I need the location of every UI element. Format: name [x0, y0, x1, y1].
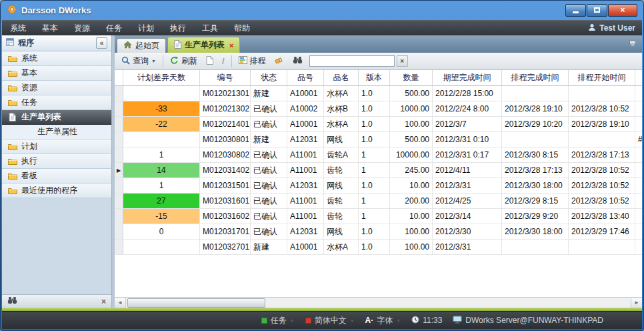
- menu-item-5[interactable]: 计划: [130, 21, 162, 35]
- menu-item-8[interactable]: 帮助: [226, 21, 258, 35]
- sidebar-item-7[interactable]: 计划: [2, 139, 111, 154]
- cell-sched-start: [569, 86, 635, 101]
- column-header-3[interactable]: 状态: [251, 70, 287, 86]
- new-button[interactable]: [203, 55, 217, 68]
- cell-item-no: A12031: [287, 178, 324, 194]
- sidebar: 程序 « 系统基本资源任务生产单列表生产单属性计划执行看板最近使用的程序 ×: [2, 35, 112, 308]
- tab-home[interactable]: 起始页: [117, 38, 166, 53]
- table-row-3[interactable]: -22M012021401已确认A10001水杯A1.0100.002012/3…: [115, 117, 642, 132]
- status-font-menu[interactable]: A· 字体 ▼: [365, 315, 401, 326]
- search-input[interactable]: [309, 55, 395, 67]
- cell-due: 2012/3/30: [433, 224, 502, 240]
- sidebar-item-4[interactable]: 任务: [2, 95, 111, 110]
- time-label: 11:33: [423, 316, 442, 325]
- cell-item-name: 网线: [324, 224, 359, 240]
- sidebar-item-3[interactable]: 资源: [2, 81, 111, 95]
- table-row-6[interactable]: ▶14M012031402已确认A11001齿轮1245.002012/4/11…: [115, 163, 642, 178]
- column-header-1[interactable]: 计划差异天数: [123, 70, 200, 86]
- cell-diff: 1: [123, 178, 200, 194]
- scrollbar-thumb[interactable]: [127, 298, 265, 308]
- window-controls: ×: [565, 4, 637, 17]
- table-row-11[interactable]: M012032701新建A10001水杯A1.0100.002012/3/31: [115, 240, 642, 255]
- schedule-button[interactable]: 排程: [235, 54, 269, 68]
- maximize-button[interactable]: [587, 4, 607, 17]
- cell-order-no: M012030802: [200, 147, 251, 163]
- column-header-6[interactable]: 版本: [359, 70, 390, 86]
- cell-due: 2012/3/31: [433, 178, 502, 194]
- scroll-left-arrow[interactable]: ◄: [115, 298, 126, 308]
- table-row-1[interactable]: M012021301新建A10001水杯A1.0500.002012/2/28 …: [115, 86, 642, 101]
- scroll-right-arrow[interactable]: ►: [631, 298, 642, 308]
- menu-item-7[interactable]: 工具: [194, 21, 226, 35]
- cell-diff: [123, 132, 200, 147]
- cell-diff: 1: [123, 147, 200, 163]
- column-header-10[interactable]: 排程开始时间: [569, 70, 635, 86]
- minimize-button[interactable]: [565, 4, 586, 17]
- column-header-11[interactable]: [635, 70, 642, 86]
- row-selector: [115, 117, 123, 132]
- sidebar-item-10[interactable]: 最近使用的程序: [2, 184, 111, 198]
- sidebar-collapse-button[interactable]: «: [96, 37, 107, 49]
- user-menu[interactable]: Test User: [588, 23, 642, 33]
- cell-item-name: 齿轮A: [324, 147, 359, 163]
- sidebar-item-8[interactable]: 执行: [2, 154, 111, 169]
- folder-icon: [7, 84, 17, 91]
- cell-sched-end: 2012/3/28 19:10: [502, 101, 569, 117]
- menu-item-6[interactable]: 执行: [162, 21, 194, 35]
- find-button[interactable]: [289, 55, 306, 67]
- column-header-2[interactable]: 编号: [200, 70, 251, 86]
- table-row-5[interactable]: 1M012030802已确认A11001齿轮A110000.002012/3/3…: [115, 147, 642, 163]
- menu-item-1[interactable]: 系统: [2, 21, 34, 35]
- table-row-9[interactable]: -15M012031602已确认A11001齿轮110.002012/3/142…: [115, 209, 642, 224]
- table-body: M012021301新建A10001水杯A1.0500.002012/2/28 …: [115, 86, 642, 255]
- eraser-button[interactable]: [271, 55, 287, 67]
- sidebar-item-label: 最近使用的程序: [21, 185, 77, 196]
- table-row-2[interactable]: -33M012021302已确认A10002水杯B1.01000.002012/…: [115, 101, 642, 117]
- sidebar-clear-icon[interactable]: ×: [101, 297, 106, 306]
- menu-item-3[interactable]: 资源: [66, 21, 98, 35]
- edit-button[interactable]: /: [219, 55, 228, 67]
- pin-icon[interactable]: [629, 39, 637, 49]
- menu-item-4[interactable]: 任务: [98, 21, 130, 35]
- column-header-9[interactable]: 排程完成时间: [502, 70, 569, 86]
- document-icon: [174, 40, 181, 51]
- tab-close-icon[interactable]: ×: [229, 41, 233, 49]
- column-header-5[interactable]: 品名: [324, 70, 359, 86]
- tab-strip: 起始页 生产单列表 ×: [115, 35, 642, 53]
- clear-search-button[interactable]: ×: [397, 55, 408, 67]
- maximize-icon: [594, 7, 600, 13]
- table-row-10[interactable]: 0M012031701已确认A12031网线1.0100.002012/3/30…: [115, 224, 642, 240]
- table-row-8[interactable]: 27M012031601已确认A11001齿轮1200.002012/4/252…: [115, 194, 642, 209]
- sidebar-item-5[interactable]: 生产单列表: [2, 110, 111, 125]
- folder-icon: [7, 172, 17, 180]
- status-language-menu[interactable]: 简体中文 ▼: [305, 315, 355, 326]
- column-header-7[interactable]: 数量: [390, 70, 433, 86]
- cell-sched-start: 2012/3/28 13:40: [569, 209, 635, 224]
- cell-status: 新建: [251, 132, 287, 147]
- sidebar-item-9[interactable]: 看板: [2, 169, 111, 184]
- cell-qty: 10.00: [390, 178, 433, 194]
- sidebar-item-2[interactable]: 基本: [2, 66, 111, 81]
- sidebar-item-1[interactable]: 系统: [2, 51, 111, 66]
- query-button[interactable]: 查询 ▼: [118, 54, 159, 68]
- table-row-7[interactable]: 1M012031501已确认A12031网线1.010.002012/3/312…: [115, 178, 642, 194]
- cell-due: 2012/2/28 15:00: [433, 86, 502, 101]
- status-task-menu[interactable]: 任务 ▼: [261, 315, 295, 326]
- cell-diff: 27: [123, 194, 200, 209]
- sidebar-item-6[interactable]: 生产单属性: [2, 125, 111, 139]
- binoculars-icon[interactable]: [7, 296, 17, 306]
- cell-extra: [635, 117, 642, 132]
- refresh-button[interactable]: 刷新: [167, 54, 201, 68]
- column-header-4[interactable]: 品号: [287, 70, 324, 86]
- close-button[interactable]: ×: [608, 4, 637, 17]
- horizontal-scrollbar[interactable]: ◄ ►: [115, 297, 642, 308]
- folder-icon: [7, 143, 17, 150]
- column-header-8[interactable]: 期望完成时间: [433, 70, 502, 86]
- table-row-4[interactable]: M012030801新建A12031网线1.0500.002012/3/31 0…: [115, 132, 642, 147]
- cell-version: 1.0: [359, 101, 390, 117]
- tab-production-order-list[interactable]: 生产单列表 ×: [167, 37, 240, 53]
- minimize-icon: [573, 11, 579, 13]
- menu-item-2[interactable]: 基本: [34, 21, 66, 35]
- cell-status: 已确认: [251, 194, 287, 209]
- server-icon: [453, 316, 462, 326]
